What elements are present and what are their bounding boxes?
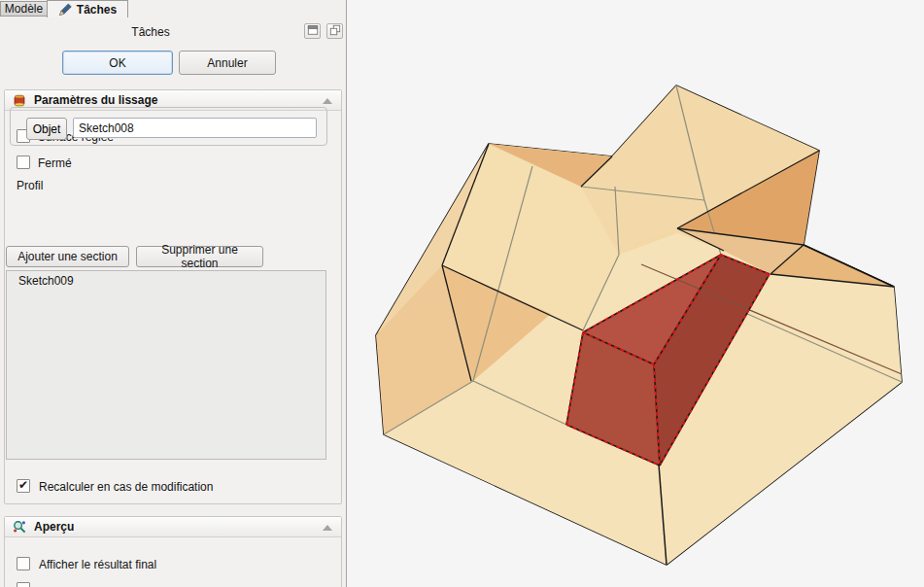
- remove-section-button[interactable]: Supprimer une section: [136, 246, 263, 267]
- closed-label: Fermé: [38, 156, 72, 170]
- section-list-item[interactable]: Sketch009: [7, 271, 325, 290]
- tab-tasks-label: Tâches: [77, 3, 117, 17]
- recompute-label: Recalculer en cas de modification: [39, 480, 213, 494]
- recompute-checkbox[interactable]: [17, 479, 30, 493]
- ok-button[interactable]: OK: [62, 51, 173, 75]
- closed-checkbox[interactable]: [17, 155, 30, 169]
- loft-section-title: Paramètres du lissage: [34, 93, 157, 107]
- panel-title: Tâches: [0, 25, 301, 39]
- object-button[interactable]: Objet: [26, 118, 67, 140]
- preview-section-header[interactable]: Aperçu: [5, 517, 341, 537]
- show-final-result-checkbox[interactable]: [17, 557, 30, 570]
- magnifier-icon: [13, 520, 27, 535]
- 3d-viewport[interactable]: [347, 0, 924, 587]
- float-panel-button[interactable]: [326, 23, 343, 39]
- tab-model[interactable]: Modèle: [0, 1, 47, 17]
- task-panel: Modèle Tâches Tâches: [0, 0, 347, 587]
- cancel-button[interactable]: Annuler: [179, 51, 276, 75]
- panel-tab-bar: Modèle Tâches: [0, 0, 346, 17]
- profile-input[interactable]: [73, 118, 317, 138]
- profile-groupbox: Objet: [10, 107, 327, 146]
- profile-label: Profil: [17, 179, 43, 192]
- preview-section-title: Aperçu: [34, 520, 74, 534]
- dock-panel-button[interactable]: [304, 23, 321, 39]
- preview-section: Aperçu: [4, 516, 342, 587]
- collapse-arrow-icon[interactable]: [323, 525, 332, 531]
- sections-listbox[interactable]: Sketch009: [6, 270, 326, 460]
- clipped-checkbox[interactable]: [17, 582, 30, 587]
- loft-icon: [13, 93, 27, 108]
- dock-icon: [307, 24, 319, 39]
- pencil-icon: [58, 2, 73, 17]
- add-section-button[interactable]: Ajouter une section: [6, 246, 129, 267]
- tab-tasks[interactable]: Tâches: [47, 0, 128, 17]
- float-windows-icon: [329, 24, 341, 39]
- tab-model-label: Modèle: [5, 2, 43, 16]
- collapse-arrow-icon[interactable]: [323, 98, 332, 104]
- show-final-result-label: Afficher le résultat final: [39, 558, 156, 571]
